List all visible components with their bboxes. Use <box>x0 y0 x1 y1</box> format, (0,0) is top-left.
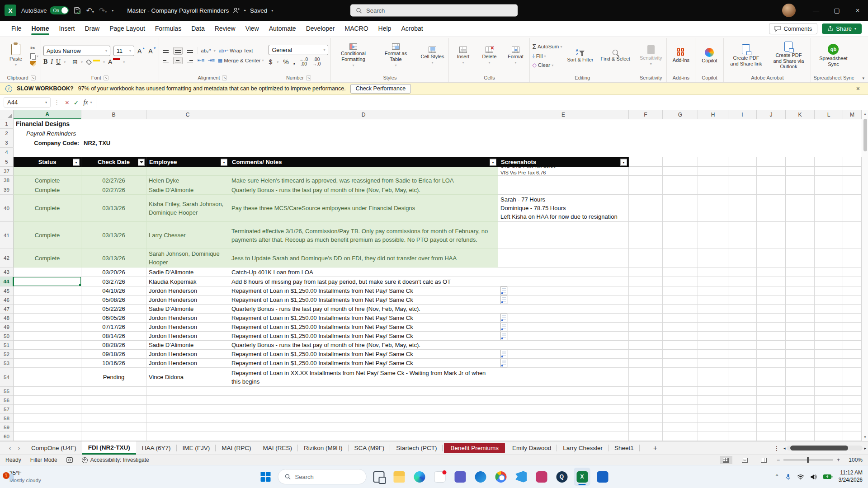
cell-B49[interactable]: 07/17/26 <box>81 323 146 332</box>
cell-F41[interactable] <box>629 222 663 249</box>
cell-F42[interactable] <box>629 249 663 267</box>
cell-J44[interactable] <box>757 277 786 286</box>
cell-F46[interactable] <box>629 296 663 305</box>
cell-H37[interactable] <box>698 167 728 176</box>
undo-icon[interactable]: ↶▾ <box>86 6 94 15</box>
cell-E55[interactable] <box>498 387 629 396</box>
check-performance-button[interactable]: Check Performance <box>350 84 411 94</box>
cell-I54[interactable] <box>728 368 757 387</box>
align-top-button[interactable] <box>161 47 170 54</box>
select-all-corner[interactable] <box>0 110 14 119</box>
cell-H41[interactable] <box>698 222 728 249</box>
cell-D57[interactable] <box>229 405 498 414</box>
cell-M51[interactable] <box>843 341 862 350</box>
cell-L38[interactable] <box>815 176 843 185</box>
cell-F48[interactable] <box>629 314 663 323</box>
cell-D42[interactable]: Jess to Update Sarah and Dominque's DD o… <box>229 249 498 267</box>
row-header-52[interactable]: 52 <box>0 350 14 359</box>
zoom-level[interactable]: 100% <box>846 457 863 463</box>
cell-K43[interactable] <box>786 267 815 277</box>
cell-C39[interactable]: Sadie D'Alimonte <box>146 185 229 195</box>
row-header-58[interactable]: 58 <box>0 414 14 423</box>
cell-K52[interactable] <box>786 350 815 359</box>
cell-C57[interactable] <box>146 405 229 414</box>
cell-I50[interactable] <box>728 332 757 341</box>
cell-H44[interactable] <box>698 277 728 286</box>
cell-C50[interactable]: Jordon Henderson <box>146 332 229 341</box>
autosave-toggle[interactable]: On <box>50 6 69 14</box>
cell-B53[interactable]: 10/16/26 <box>81 359 146 368</box>
cell-F52[interactable] <box>629 350 663 359</box>
cell-D38[interactable]: Make sure Helen's timecard is approved, … <box>229 176 498 185</box>
cell-G40[interactable] <box>663 195 698 222</box>
cell-M40[interactable] <box>843 195 862 222</box>
cell-C46[interactable]: Jordon Henderson <box>146 296 229 305</box>
shrink-font-button[interactable]: A▼ <box>148 47 156 55</box>
create-pdf-outlook-button[interactable]: Create PDF and Share via Outlook <box>769 41 808 71</box>
cell-I38[interactable] <box>728 176 757 185</box>
cell-D45[interactable]: Repayment of Loan in $1,250.00 Installme… <box>229 286 498 296</box>
column-header-H[interactable]: H <box>698 110 728 119</box>
cell-L56[interactable] <box>815 396 843 405</box>
sheet-tab-fdi[interactable]: FDI (NR2-TXU) <box>82 441 136 455</box>
cell-K55[interactable] <box>786 387 815 396</box>
column-header-I[interactable]: I <box>728 110 757 119</box>
cell-H56[interactable] <box>698 396 728 405</box>
cell-A60[interactable] <box>14 432 81 441</box>
vertical-scroll-thumb[interactable] <box>863 119 867 151</box>
sheet-tab-emily-dawood[interactable]: Emily Dawood <box>506 441 557 455</box>
cell-F51[interactable] <box>629 341 663 350</box>
cell-A54[interactable] <box>14 368 81 387</box>
cell-J59[interactable] <box>757 423 786 432</box>
cell-I5[interactable] <box>728 157 757 167</box>
cell-C58[interactable] <box>146 414 229 423</box>
cell-C48[interactable]: Jordon Henderson <box>146 314 229 323</box>
cell-K54[interactable] <box>786 368 815 387</box>
zoom-out-icon[interactable]: − <box>777 457 780 463</box>
cell-A46[interactable] <box>14 296 81 305</box>
file-explorer-icon[interactable] <box>391 468 407 486</box>
cell-K38[interactable] <box>786 176 815 185</box>
header-check-date[interactable]: Check Date <box>81 157 146 167</box>
sheet-tab-mai-rpc[interactable]: MAI (RPC) <box>216 441 257 455</box>
cell-A52[interactable] <box>14 350 81 359</box>
cell-G54[interactable] <box>663 368 698 387</box>
header-comments-notes[interactable]: Comments/ Notes▼ <box>229 157 498 167</box>
row-header-45[interactable]: 45 <box>0 286 14 296</box>
cell-J50[interactable] <box>757 332 786 341</box>
sheet-tab-sca[interactable]: SCA (M9F) <box>349 441 391 455</box>
cell-K42[interactable] <box>786 249 815 267</box>
cell-B38[interactable]: 02/27/26 <box>81 176 146 185</box>
cell-I44[interactable] <box>728 277 757 286</box>
column-header-M[interactable]: M <box>843 110 862 119</box>
cell-J54[interactable] <box>757 368 786 387</box>
bold-button[interactable]: B <box>43 58 47 66</box>
task-view-icon[interactable] <box>371 468 387 486</box>
cell-B44[interactable]: 03/27/26 <box>81 277 146 286</box>
cell-F5[interactable] <box>629 157 663 167</box>
cell-D40[interactable]: Pay these three MCS/CareSource emlpoyees… <box>229 195 498 222</box>
cell-G44[interactable] <box>663 277 698 286</box>
cell-H46[interactable] <box>698 296 728 305</box>
cell-I51[interactable] <box>728 341 757 350</box>
tab-data[interactable]: Data <box>186 22 210 35</box>
cell-G49[interactable] <box>663 323 698 332</box>
fill-button[interactable]: ⤓Fill▾ <box>532 53 546 59</box>
align-middle-button[interactable] <box>173 47 183 55</box>
decrease-indent-button[interactable]: ⇤≡ <box>198 57 205 63</box>
cell-K49[interactable] <box>786 323 815 332</box>
save-icon[interactable] <box>74 7 81 14</box>
increase-indent-button[interactable]: ⇥≡ <box>208 57 215 63</box>
cell-G60[interactable] <box>663 432 698 441</box>
row-header-60[interactable]: 60 <box>0 432 14 441</box>
row-header-39[interactable]: 39 <box>0 185 14 195</box>
office-app-icon[interactable] <box>533 468 550 486</box>
screenshot-thumbnail[interactable] <box>500 350 507 358</box>
font-dialog-launcher[interactable]: ↘ <box>104 75 108 80</box>
cell-M45[interactable] <box>843 286 862 296</box>
copilot-button[interactable]: Copilot <box>698 47 721 65</box>
cell-F56[interactable] <box>629 396 663 405</box>
cell-M53[interactable] <box>843 359 862 368</box>
cell-M43[interactable] <box>843 267 862 277</box>
cell-A4[interactable] <box>14 148 862 157</box>
